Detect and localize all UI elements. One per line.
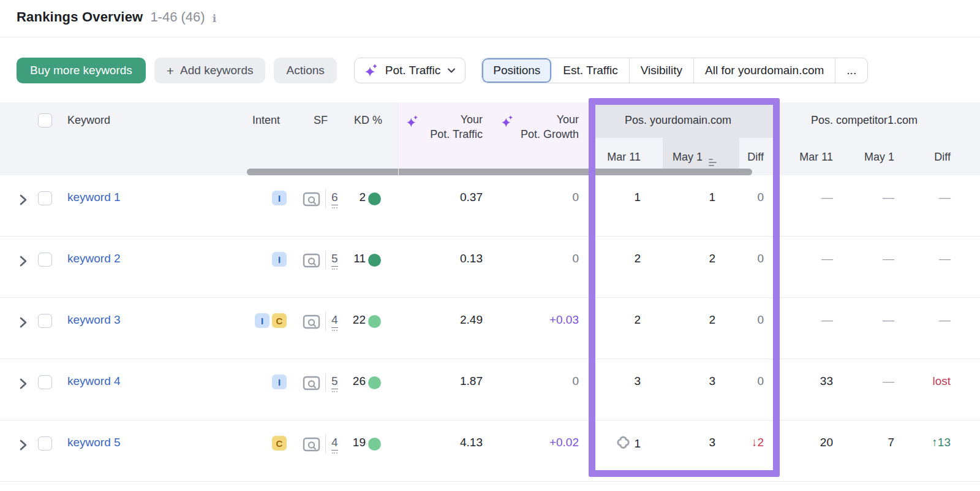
col-header-pot-traffic[interactable]: Your Pot. Traffic [430, 112, 483, 142]
serp-features-icon [303, 192, 320, 207]
row-checkbox[interactable] [38, 375, 52, 389]
pos-mar11-value: 2 [634, 252, 641, 265]
row-expander[interactable] [18, 194, 29, 205]
ai-sparkle-icon [406, 115, 420, 128]
keyword-link[interactable]: keyword 3 [67, 313, 121, 327]
pos-diff-value: 0 [757, 191, 764, 204]
expand-chevron-icon [18, 256, 28, 267]
tab-[interactable]: ... [835, 58, 867, 83]
toolbar: Buy more keywords + Add keywords Actions… [17, 58, 868, 83]
subcol-comp-may1[interactable]: May 1 [864, 151, 894, 164]
pot-traffic-value: 0.13 [460, 252, 483, 265]
comp-diff-value: lost [932, 375, 951, 388]
pos-mar11-value: 1 [634, 191, 641, 204]
tab-est-traffic[interactable]: Est. Traffic [552, 58, 629, 83]
comp-may1-value: — [883, 252, 894, 265]
col-header-intent[interactable]: Intent [252, 114, 280, 127]
kd-difficulty-dot [368, 315, 381, 328]
kd-value: 11 [353, 252, 366, 265]
row-checkbox[interactable] [38, 253, 52, 267]
intent-badges: C [250, 436, 287, 451]
row-expander[interactable] [18, 317, 29, 328]
tab-positions[interactable]: Positions [482, 58, 552, 83]
sort-desc-icon[interactable] [709, 159, 717, 166]
pos-mar11-value: 2 [634, 313, 641, 327]
expand-chevron-icon [18, 378, 28, 389]
serp-features-icon [303, 253, 320, 268]
subcol-yours-mar11[interactable]: Mar 11 [607, 151, 641, 164]
serp-features-count[interactable]: 6 [331, 191, 338, 205]
subcol-yours-may1[interactable]: May 1 [673, 151, 717, 166]
table-row: keyword 4I5261.87033033—lost [0, 359, 980, 421]
serp-features-count[interactable]: 5 [331, 252, 338, 267]
divider [325, 251, 326, 269]
ai-sparkle-icon [501, 115, 514, 128]
serp-features-count[interactable]: 4 [331, 313, 338, 328]
pot-growth-value: 0 [572, 191, 579, 204]
add-keywords-button[interactable]: + Add keywords [154, 58, 266, 83]
divider [325, 373, 326, 392]
expand-chevron-icon [18, 194, 28, 205]
serp-features-count[interactable]: 4 [331, 436, 338, 451]
subcol-comp-diff[interactable]: Diff [934, 151, 951, 164]
info-icon[interactable]: i [213, 10, 216, 25]
subcol-yours-diff[interactable]: Diff [747, 151, 764, 164]
select-all-checkbox[interactable] [38, 113, 52, 128]
serp-preview-button[interactable] [303, 376, 320, 394]
table-row: keyword 1I620.370110——— [0, 175, 980, 237]
serp-preview-button[interactable] [303, 253, 320, 271]
comp-mar11-value: — [821, 191, 833, 204]
keyword-link[interactable]: keyword 1 [67, 191, 121, 204]
pos-may1-value: 3 [709, 375, 715, 388]
pos-mar11-value: 3 [634, 375, 641, 388]
serp-preview-button[interactable] [303, 437, 320, 455]
row-expander[interactable] [18, 256, 29, 267]
pot-growth-value: +0.02 [549, 436, 579, 449]
col-header-kd[interactable]: KD % [354, 114, 382, 127]
pos-diff-value: 0 [757, 252, 764, 265]
intent-badge-I: I [272, 252, 287, 267]
col-header-pot-growth[interactable]: Your Pot. Growth [521, 112, 579, 142]
intent-badge-C: C [272, 436, 287, 451]
actions-button[interactable]: Actions [274, 58, 336, 83]
plus-icon: + [167, 64, 174, 77]
keyword-link[interactable]: keyword 2 [67, 252, 121, 265]
divider [325, 312, 326, 330]
serp-features-count[interactable]: 5 [331, 375, 338, 389]
metric-dropdown[interactable]: Pot. Traffic [354, 58, 466, 83]
row-checkbox[interactable] [38, 436, 52, 451]
pot-growth-value: 0 [572, 252, 579, 265]
horizontal-scrollbar[interactable] [247, 169, 752, 175]
comp-mar11-value: 20 [820, 436, 833, 449]
pos-diff-value: ↓2 [752, 436, 764, 449]
serp-features-icon [303, 437, 320, 452]
row-expander[interactable] [18, 378, 29, 389]
table-row: keyword 3IC4222.49+0.03220——— [0, 298, 980, 359]
ai-sparkle-icon [364, 63, 379, 78]
row-checkbox[interactable] [38, 191, 52, 205]
kd-value: 2 [359, 191, 366, 204]
row-expander[interactable] [18, 440, 29, 451]
pot-traffic-value: 1.87 [460, 375, 483, 388]
pot-traffic-value: 2.49 [460, 313, 483, 327]
keyword-link[interactable]: keyword 4 [67, 375, 121, 388]
keyword-link[interactable]: keyword 5 [67, 436, 121, 449]
serp-preview-button[interactable] [303, 314, 320, 332]
subcol-comp-mar11[interactable]: Mar 11 [799, 151, 833, 164]
table-body: keyword 1I620.370110———keyword 2I5110.13… [0, 175, 980, 482]
col-header-sf[interactable]: SF [314, 114, 328, 127]
next-row-sliver [0, 482, 980, 491]
tab-all-for-yourdomain-com[interactable]: All for yourdomain.com [694, 58, 835, 83]
col-header-keyword[interactable]: Keyword [67, 114, 110, 127]
buy-more-keywords-button[interactable]: Buy more keywords [17, 58, 146, 83]
comp-may1-value: — [883, 191, 894, 204]
pot-growth-value: 0 [572, 375, 579, 388]
tab-visibility[interactable]: Visibility [630, 58, 694, 83]
row-checkbox[interactable] [38, 314, 52, 328]
intent-badges: IC [250, 313, 287, 328]
comp-mar11-value: 33 [820, 375, 833, 388]
serp-preview-button[interactable] [303, 192, 320, 210]
kd-value: 19 [353, 436, 366, 449]
kd-difficulty-dot [368, 192, 381, 205]
kd-difficulty-dot [368, 376, 381, 389]
